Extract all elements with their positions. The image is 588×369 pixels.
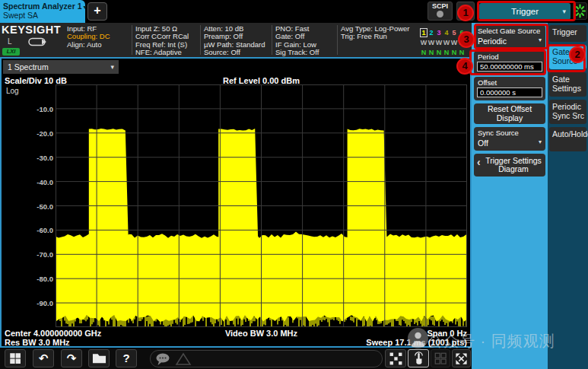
undo-button[interactable]: ↶: [33, 349, 54, 367]
chevron-down-icon: ▾: [83, 4, 86, 11]
meas-bar-field[interactable]: NFE: Adaptive: [135, 49, 201, 56]
gate-source-value: Periodic: [478, 37, 507, 46]
meas-bar-divider: [337, 25, 338, 55]
meas-bar-field[interactable]: Trig: Free Run: [341, 33, 418, 40]
menu-tabs-column: TriggerGate SourceGate SettingsPeriodic …: [548, 23, 588, 369]
scpi-indicator-icon: [437, 11, 443, 17]
bottom-toolbar: ↶ ↷ ?: [0, 348, 472, 369]
trace-detector[interactable]: N: [435, 48, 443, 57]
chevron-down-icon: ▾: [562, 3, 566, 20]
touch-mode-button[interactable]: [408, 349, 429, 367]
windows-start-icon: [8, 352, 22, 365]
y-axis-tick-label: -50.0: [2, 202, 53, 211]
span-annotation[interactable]: Span 0 Hz: [427, 329, 467, 338]
measurement-tab-mode: Swept SA: [3, 11, 82, 20]
menu-tab-trigger[interactable]: Trigger: [549, 25, 586, 42]
sync-source-value: Off: [478, 138, 488, 148]
reset-offset-display-button[interactable]: Reset Offset Display: [474, 103, 545, 124]
meas-bar-field[interactable]: Align: Auto: [67, 41, 132, 49]
add-measurement-button[interactable]: +: [87, 2, 107, 21]
res-bw-annotation[interactable]: Res BW 3.0 MHz: [5, 338, 70, 347]
sweep-annotation[interactable]: Sweep 17.1 ms (1001 pts): [366, 338, 467, 347]
menu-tab-auto-holdoff[interactable]: Auto/Holdoff: [549, 127, 586, 151]
help-button[interactable]: ?: [116, 349, 137, 367]
meas-bar-divider: [132, 25, 132, 55]
offset-input[interactable]: 0.000000 s: [477, 87, 542, 97]
measurement-tab-title: Spectrum Analyzer 1: [3, 2, 81, 11]
pulse-area: [89, 129, 129, 240]
undo-icon: ↶: [39, 352, 49, 364]
y-axis-tick-label: -80.0: [2, 275, 53, 283]
keysight-logo: KEYSIGHT: [2, 24, 65, 36]
period-input[interactable]: 50.00000000 ms: [477, 62, 542, 72]
trace-detector[interactable]: N: [420, 48, 427, 57]
windows-start-button[interactable]: [5, 349, 26, 367]
spectrum-analyzer-app: Spectrum Analyzer 1▾ Swept SA + SCPI Tri…: [0, 0, 588, 369]
trace-indicators: 123456WWWWWWNNNNNN: [420, 24, 466, 54]
meas-bar-column: Input: RFCoupling: DCAlign: Auto: [67, 25, 132, 49]
fullscreen-button[interactable]: [452, 349, 471, 367]
sync-source-dropdown[interactable]: Sync Source Off▾: [474, 127, 545, 151]
menu-tab-periodic-sync-src[interactable]: Periodic Sync Src: [549, 100, 586, 124]
continuous-sweep-icon: [27, 37, 47, 50]
redo-icon: ↷: [67, 352, 77, 364]
chevron-left-icon: ‹: [477, 158, 481, 167]
meas-bar-field[interactable]: Source: Off: [204, 49, 272, 56]
offset-field[interactable]: Offset 0.000000 s: [474, 77, 545, 100]
gate-source-dropdown[interactable]: Select Gate Source Periodic▾: [474, 25, 545, 49]
y-axis-tick-label: -70.0: [2, 250, 53, 259]
amplitude-scale-label: Log: [6, 87, 19, 95]
system-menu-button[interactable]: [456, 2, 475, 21]
measurement-tab-swept-sa[interactable]: Spectrum Analyzer 1▾ Swept SA: [0, 0, 85, 23]
pulse-area: [348, 129, 387, 239]
lxi-badge: LXI: [2, 48, 20, 56]
fullscreen-icon: [454, 352, 469, 366]
meas-bar-column: Atten: 10 dBPreamp: OffµW Path: Standard…: [204, 25, 272, 56]
spectrum-plot: [56, 84, 467, 327]
message-bar[interactable]: [150, 350, 383, 367]
y-axis-tick-label: -10.0: [2, 105, 53, 113]
message-bubble-icon: [154, 352, 173, 367]
window-layout-button[interactable]: [431, 349, 450, 367]
menu-tab-gate-settings[interactable]: Gate Settings: [549, 72, 586, 97]
meas-bar-column: Avg Type: Log-PowerTrig: Free Run: [341, 25, 418, 41]
window-layout-icon: [434, 352, 447, 365]
y-axis-tick-label: -20.0: [2, 129, 53, 138]
y-axis-tick-label: -90.0: [2, 299, 53, 307]
meas-bar-divider: [272, 25, 272, 55]
redo-button[interactable]: ↷: [61, 349, 82, 367]
trace-detector[interactable]: N: [450, 48, 458, 57]
meas-bar-column: PNO: FastGate: OffIF Gain: LowSig Track:…: [275, 25, 338, 56]
trace-detector[interactable]: N: [427, 48, 435, 57]
file-explorer-button[interactable]: [88, 349, 110, 367]
alert-triangle-icon: [175, 352, 192, 367]
folder-icon: [92, 352, 106, 364]
chevron-down-icon: ▾: [110, 60, 114, 74]
pulse-area: [218, 129, 258, 240]
busy-indicator-icon: [573, 2, 587, 20]
y-axis-tick-label: -30.0: [2, 154, 53, 162]
local-indicator: L: [8, 37, 12, 46]
meas-bar-column: Input Z: 50 ΩCorr CCorr RCalFreq Ref: In…: [135, 25, 201, 56]
period-field[interactable]: Period 50.00000000 ms: [474, 51, 545, 75]
menu-category-dropdown[interactable]: Trigger ▾: [479, 3, 571, 20]
meas-bar-divider: [200, 25, 201, 55]
y-axis-tick-label: -40.0: [2, 178, 53, 186]
trace-detector[interactable]: N: [458, 48, 466, 57]
video-bw-annotation[interactable]: Video BW 3.0 MHz: [56, 329, 467, 338]
sequence-button[interactable]: [385, 349, 406, 367]
scpi-status-button[interactable]: SCPI: [427, 2, 453, 21]
trace-detector[interactable]: N: [443, 48, 450, 57]
tab-bar: Spectrum Analyzer 1▾ Swept SA + SCPI Tri…: [0, 0, 588, 23]
trigger-menu-panel: Select Gate Source Periodic▾ Period 50.0…: [472, 23, 588, 369]
chevron-down-icon: ▾: [539, 37, 542, 43]
touch-pointer-icon: [412, 352, 426, 366]
y-axis-tick-label: -60.0: [2, 226, 53, 234]
menu-tab-gate-source[interactable]: Gate Source: [549, 45, 586, 69]
meas-bar-field[interactable]: Sig Track: Off: [275, 49, 338, 56]
help-icon: ?: [122, 352, 129, 364]
spectrum-display: 1 Spectrum ▾ Scale/Div 10 dB Ref Level 0…: [0, 57, 472, 348]
trace-selector-dropdown[interactable]: 1 Spectrum ▾: [3, 60, 119, 74]
trigger-settings-diagram-button[interactable]: ‹ Trigger Settings Diagram: [474, 154, 545, 177]
sequence-icon: [389, 352, 403, 366]
